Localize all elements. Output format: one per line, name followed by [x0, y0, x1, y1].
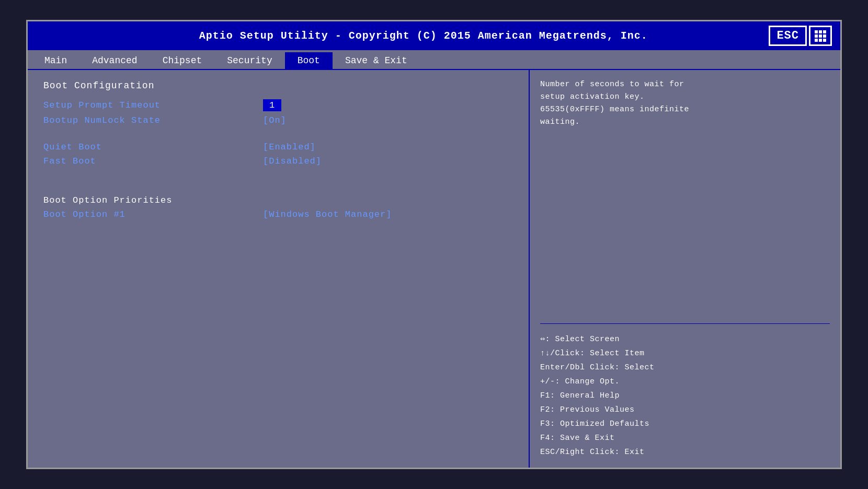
- key-select-screen: ⇔: Select Screen: [540, 332, 830, 346]
- help-text: Number of seconds to wait for setup acti…: [540, 78, 830, 129]
- nav-tabs: Main Advanced Chipset Security Boot Save…: [28, 50, 840, 70]
- config-row-timeout: Setup Prompt Timeout 1: [43, 99, 513, 111]
- key-f4: F4: Save & Exit: [540, 431, 830, 445]
- config-row-boot-option: Boot Option #1 [Windows Boot Manager]: [43, 209, 513, 219]
- label-quiet-boot: Quiet Boot: [43, 142, 263, 152]
- divider: [540, 323, 830, 324]
- left-panel: Boot Configuration Setup Prompt Timeout …: [28, 70, 530, 468]
- help-line-3: 65535(0xFFFF) means indefinite: [540, 103, 830, 116]
- tab-advanced[interactable]: Advanced: [79, 52, 150, 69]
- config-row-quiet: Quiet Boot [Enabled]: [43, 142, 513, 152]
- section-header: Boot Configuration: [43, 80, 513, 91]
- right-bottom: ⇔: Select Screen ↑↓/Click: Select Item E…: [540, 315, 830, 459]
- content-area: Boot Configuration Setup Prompt Timeout …: [28, 70, 840, 468]
- value-boot-option[interactable]: [Windows Boot Manager]: [263, 209, 392, 219]
- tab-save-exit[interactable]: Save & Exit: [333, 52, 420, 69]
- label-boot-option: Boot Option #1: [43, 209, 263, 219]
- help-line-4: waiting.: [540, 116, 830, 129]
- esc-button[interactable]: ESC: [769, 26, 807, 46]
- key-esc: ESC/Right Click: Exit: [540, 445, 830, 459]
- value-quiet-boot[interactable]: [Enabled]: [263, 142, 316, 152]
- key-f3: F3: Optimized Defaults: [540, 417, 830, 431]
- priorities-header: Boot Option Priorities: [43, 195, 513, 205]
- key-enter: Enter/Dbl Click: Select: [540, 360, 830, 375]
- key-f1: F1: General Help: [540, 389, 830, 403]
- tab-main[interactable]: Main: [32, 52, 79, 69]
- right-panel: Number of seconds to wait for setup acti…: [530, 70, 840, 468]
- header-title: Aptio Setup Utility - Copyright (C) 2015…: [78, 30, 769, 42]
- config-row-numlock: Bootup NumLock State [On]: [43, 115, 513, 125]
- grid-icon: [815, 30, 826, 42]
- tab-boot[interactable]: Boot: [285, 52, 333, 69]
- header-icons: ESC: [769, 26, 832, 46]
- value-timeout[interactable]: 1: [263, 99, 281, 111]
- key-change: +/-: Change Opt.: [540, 375, 830, 389]
- label-numlock: Bootup NumLock State: [43, 115, 263, 125]
- help-line-2: setup activation key.: [540, 91, 830, 103]
- label-timeout: Setup Prompt Timeout: [43, 100, 263, 110]
- key-f2: F2: Previous Values: [540, 403, 830, 417]
- key-select-item: ↑↓/Click: Select Item: [540, 346, 830, 360]
- bios-screen: Aptio Setup Utility - Copyright (C) 2015…: [26, 20, 842, 469]
- tab-chipset[interactable]: Chipset: [150, 52, 215, 69]
- help-line-1: Number of seconds to wait for: [540, 78, 830, 91]
- config-row-fast: Fast Boot [Disabled]: [43, 156, 513, 166]
- value-numlock[interactable]: [On]: [263, 115, 287, 125]
- value-fast-boot[interactable]: [Disabled]: [263, 156, 322, 166]
- header-bar: Aptio Setup Utility - Copyright (C) 2015…: [28, 21, 840, 50]
- label-fast-boot: Fast Boot: [43, 156, 263, 166]
- key-help: ⇔: Select Screen ↑↓/Click: Select Item E…: [540, 332, 830, 459]
- tab-security[interactable]: Security: [214, 52, 284, 69]
- grid-button[interactable]: [809, 26, 832, 46]
